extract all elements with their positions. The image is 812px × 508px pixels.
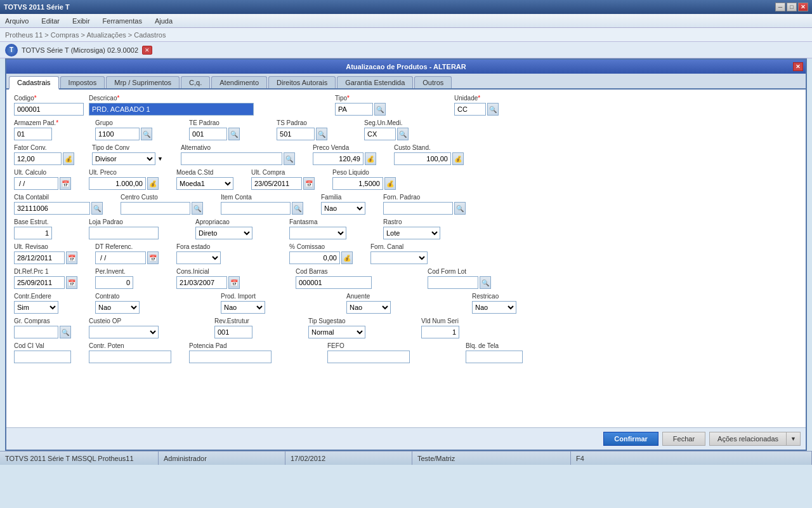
ult-revisao-calendar-button[interactable]: 📅 <box>66 251 77 264</box>
prod-import-select[interactable]: Nao Sim <box>221 301 265 314</box>
ult-preco-coin-button[interactable]: 💰 <box>147 177 159 190</box>
cta-contabil-search-button[interactable]: 🔍 <box>91 202 103 215</box>
menu-view[interactable]: Exibir <box>70 16 93 26</box>
moeda-cstd-select[interactable]: Moeda1 Moeda2 <box>176 177 233 190</box>
tab-direitos-autorais[interactable]: Direitos Autorais <box>268 76 336 88</box>
ult-revisao-input[interactable] <box>14 251 65 264</box>
grupo-search-button[interactable]: 🔍 <box>141 128 152 140</box>
dt-referenc-calendar-button[interactable]: 📅 <box>147 251 159 264</box>
cod-form-lot-input[interactable] <box>428 276 478 289</box>
tab-atendimento[interactable]: Atendimento <box>211 76 267 88</box>
seg-un-medi-search-button[interactable]: 🔍 <box>397 128 409 140</box>
cons-inicial-calendar-button[interactable]: 📅 <box>228 276 240 289</box>
centro-custo-search-button[interactable]: 🔍 <box>192 202 203 215</box>
codigo-input[interactable] <box>14 103 84 116</box>
fora-estado-select[interactable]: Sim Nao <box>176 251 221 264</box>
minimize-button[interactable]: ─ <box>775 3 785 11</box>
unidade-input[interactable] <box>454 103 486 116</box>
tab-garantia-estendida[interactable]: Garantia Estendida <box>337 76 413 88</box>
tab-impostos[interactable]: Impostos <box>60 76 105 88</box>
vld-num-seri-input[interactable] <box>421 326 459 338</box>
dialog-close-button[interactable]: ✕ <box>793 62 803 71</box>
menu-file[interactable]: Arquivo <box>3 16 31 26</box>
menu-edit[interactable]: Editar <box>39 16 62 26</box>
alternativo-search-button[interactable]: 🔍 <box>284 152 295 165</box>
gr-compras-input[interactable] <box>14 326 58 338</box>
ts-padrao-search-button[interactable]: 🔍 <box>316 128 327 140</box>
grupo-input[interactable] <box>95 128 140 140</box>
pct-comissao-coin-button[interactable]: 💰 <box>341 251 353 264</box>
acoes-relacionadas-button[interactable]: Ações relacionadas <box>709 432 786 446</box>
tab-cq[interactable]: C,q. <box>181 76 210 88</box>
custo-stand-input[interactable] <box>394 152 451 165</box>
ult-compra-input[interactable] <box>251 177 302 190</box>
familia-select[interactable]: Nao Sim <box>321 202 365 215</box>
tipo-search-button[interactable]: 🔍 <box>374 103 386 116</box>
forn-padrao-input[interactable] <box>383 202 453 215</box>
dt-referenc-input[interactable] <box>95 251 146 264</box>
tab-cadastrais[interactable]: Cadastrais <box>9 76 59 90</box>
cod-barras-input[interactable] <box>296 276 372 289</box>
rev-estrutur-input[interactable] <box>214 326 252 338</box>
ult-calculo-calendar-button[interactable]: 📅 <box>60 177 71 190</box>
armazem-input[interactable] <box>14 128 52 140</box>
restricao-select[interactable]: Nao Sim <box>472 301 516 314</box>
apropriacao-select[interactable]: Direto Indireto <box>195 227 252 239</box>
custeio-op-select[interactable] <box>89 326 159 338</box>
peso-liquido-input[interactable] <box>332 177 383 190</box>
fantasma-select[interactable]: Nao Sim <box>289 227 346 239</box>
fechar-button[interactable]: Fechar <box>662 432 705 446</box>
alternativo-input[interactable] <box>181 152 282 165</box>
ts-padrao-input[interactable] <box>277 128 315 140</box>
contr-endere-select[interactable]: Sim Nao <box>14 301 58 314</box>
gr-compras-search-button[interactable]: 🔍 <box>60 326 71 338</box>
anuente-select[interactable]: Nao Sim <box>346 301 391 314</box>
confirmar-button[interactable]: Confirmar <box>603 432 658 446</box>
rastro-select[interactable]: Lote Serie Nao <box>383 227 440 239</box>
cta-contabil-input[interactable] <box>14 202 90 215</box>
menu-help[interactable]: Ajuda <box>152 16 175 26</box>
acoes-relacionadas-arrow-button[interactable]: ▼ <box>786 432 801 446</box>
fefo-input[interactable] <box>327 351 410 363</box>
menu-tools[interactable]: Ferramentas <box>100 16 145 26</box>
cod-ci-val-input[interactable] <box>14 351 71 363</box>
blq-de-tela-input[interactable] <box>466 351 523 363</box>
tipo-conv-select[interactable]: Divisor Multiplicador <box>92 152 155 165</box>
per-invent-input[interactable] <box>95 276 133 289</box>
preco-venda-coin-button[interactable]: 💰 <box>365 152 376 165</box>
fator-conv-coin-button[interactable]: 💰 <box>63 152 74 165</box>
centro-custo-input[interactable] <box>121 202 190 215</box>
custo-stand-coin-button[interactable]: 💰 <box>452 152 464 165</box>
ult-compra-calendar-button[interactable]: 📅 <box>303 177 315 190</box>
ult-preco-input[interactable] <box>89 177 146 190</box>
te-padrao-input[interactable] <box>189 128 227 140</box>
contrato-select[interactable]: Nao Sim <box>95 301 140 314</box>
contr-poten-input[interactable] <box>89 351 171 363</box>
descricao-input[interactable] <box>89 103 254 116</box>
seg-un-medi-input[interactable] <box>364 128 396 140</box>
te-padrao-search-button[interactable]: 🔍 <box>228 128 240 140</box>
dt-ref-prc1-input[interactable] <box>14 276 65 289</box>
close-window-button[interactable]: ✕ <box>798 3 808 11</box>
forn-canal-select[interactable] <box>370 251 428 264</box>
tipo-input[interactable] <box>335 103 373 116</box>
loja-padrao-input[interactable] <box>89 227 159 239</box>
maximize-button[interactable]: □ <box>787 3 797 11</box>
tip-sugestao-select[interactable]: Normal Outros <box>308 326 365 338</box>
cod-form-lot-search-button[interactable]: 🔍 <box>480 276 491 289</box>
ult-calculo-input[interactable] <box>14 177 58 190</box>
preco-venda-input[interactable] <box>313 152 363 165</box>
peso-liquido-coin-button[interactable]: 💰 <box>384 177 396 190</box>
pct-comissao-input[interactable] <box>289 251 340 264</box>
item-conta-search-button[interactable]: 🔍 <box>292 202 303 215</box>
unidade-search-button[interactable]: 🔍 <box>487 103 499 116</box>
app-close-button[interactable]: ✕ <box>142 46 152 55</box>
base-estrut-input[interactable] <box>14 227 52 239</box>
dt-ref-prc1-calendar-button[interactable]: 📅 <box>66 276 77 289</box>
potencia-pad-input[interactable] <box>189 351 272 363</box>
cons-inicial-input[interactable] <box>176 276 227 289</box>
fator-conv-input[interactable] <box>14 152 62 165</box>
tab-outros[interactable]: Outros <box>414 76 452 88</box>
tab-mrp-suprimentos[interactable]: Mrp / Suprimentos <box>106 76 180 88</box>
forn-padrao-search-button[interactable]: 🔍 <box>454 202 466 215</box>
